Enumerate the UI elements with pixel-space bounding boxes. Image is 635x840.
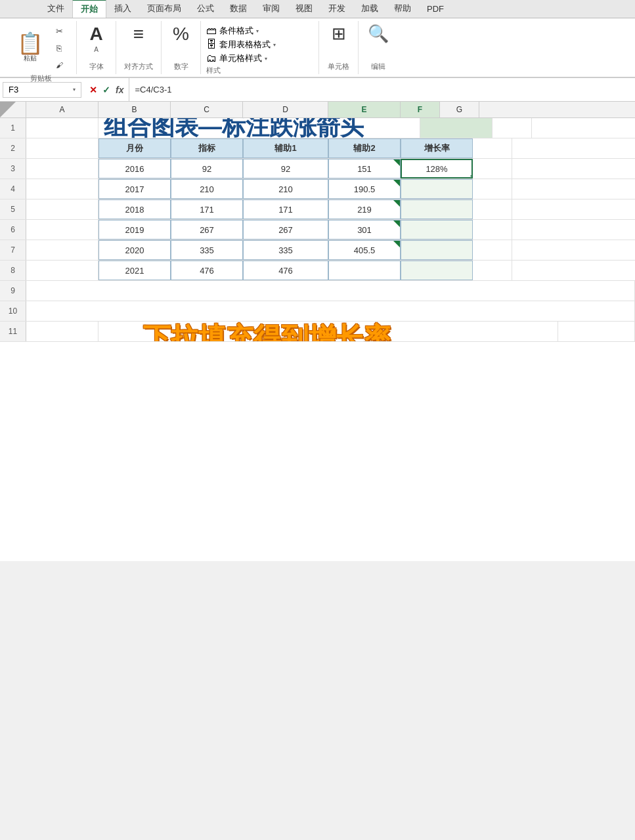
col-header-g[interactable]: G [440, 102, 479, 117]
cell-e2[interactable]: 辅助2 [328, 138, 401, 158]
row-num-6: 6 [0, 220, 26, 240]
cell-b2[interactable]: 月份 [99, 138, 171, 158]
cell-c7[interactable]: 335 [171, 240, 243, 260]
cell-c6[interactable]: 267 [171, 220, 243, 240]
copy-button[interactable]: ⎘ [50, 41, 68, 55]
cell-e7[interactable]: 405.5 [328, 240, 401, 260]
cell-row11-rest[interactable] [558, 322, 635, 341]
cell-b3[interactable]: 2016 [99, 159, 171, 178]
cell-g1[interactable] [493, 118, 532, 138]
row-1: 1 组合图表—标注跌涨箭头 [0, 118, 635, 138]
cell-a4[interactable] [26, 179, 99, 199]
cell-e8[interactable] [328, 261, 401, 280]
tab-view[interactable]: 视图 [288, 0, 320, 18]
cell-d4[interactable]: 210 [243, 179, 328, 199]
cell-f2[interactable]: 增长率 [401, 138, 473, 158]
cell-d2[interactable]: 辅助1 [243, 138, 328, 158]
col-header-e[interactable]: E [328, 102, 401, 117]
conditional-format-button[interactable]: 🗃 条件格式 ▾ [206, 25, 313, 37]
cell-b7[interactable]: 2020 [99, 240, 171, 260]
cell-title-merged[interactable]: 组合图表—标注跌涨箭头 [99, 118, 420, 138]
col-header-a[interactable]: A [26, 102, 99, 117]
table-format-button[interactable]: 🗄 套用表格格式 ▾ [206, 39, 313, 51]
number-icon: % [173, 24, 189, 45]
cell-e4[interactable]: 190.5 [328, 179, 401, 199]
tab-review[interactable]: 审阅 [255, 0, 288, 18]
cell-d5[interactable]: 171 [243, 200, 328, 219]
cell-b4[interactable]: 2017 [99, 179, 171, 199]
cell-row9[interactable] [26, 281, 635, 301]
tab-page-layout[interactable]: 页面布局 [139, 0, 189, 18]
cell-g6[interactable] [473, 220, 512, 240]
tab-data[interactable]: 数据 [222, 0, 255, 18]
cell-a5[interactable] [26, 200, 99, 219]
cell-style-button[interactable]: 🗂 单元格样式 ▾ [206, 52, 313, 64]
cell-row10[interactable] [26, 301, 635, 321]
tab-addins[interactable]: 加载 [353, 0, 386, 18]
confirm-formula-icon[interactable]: ✓ [102, 85, 110, 95]
formula-input[interactable]: =C4/C3-1 [129, 78, 632, 101]
cell-f8[interactable] [401, 261, 473, 280]
cell-e3[interactable]: 151 [328, 159, 401, 178]
cell-g4[interactable] [473, 179, 512, 199]
cell-g8[interactable] [473, 261, 512, 280]
cell-b8[interactable]: 2021 [99, 261, 171, 280]
ribbon: 文件 开始 插入 页面布局 公式 数据 审阅 视图 开发 加载 帮助 PDF 📋… [0, 0, 635, 78]
cell-c3[interactable]: 92 [171, 159, 243, 178]
cell-c8[interactable]: 476 [171, 261, 243, 280]
cell-g7[interactable] [473, 240, 512, 260]
cell-f3-active[interactable]: 128% + [401, 159, 473, 178]
metric-2017: 210 [200, 184, 214, 194]
cell-reference-box[interactable]: F3 ▾ [3, 82, 81, 98]
cell-a2[interactable] [26, 138, 99, 158]
header-growth: 增长率 [424, 142, 450, 154]
cell-a8[interactable] [26, 261, 99, 280]
cell-a11[interactable] [26, 322, 99, 341]
row-8: 8 2021 476 476 [0, 261, 635, 281]
tab-file[interactable]: 文件 [39, 0, 72, 18]
cell-c2[interactable]: 指标 [171, 138, 243, 158]
cell-d3[interactable]: 92 [243, 159, 328, 178]
cell-d6[interactable]: 267 [243, 220, 328, 240]
tab-formula[interactable]: 公式 [189, 0, 222, 18]
tab-insert[interactable]: 插入 [106, 0, 139, 18]
cell-g2[interactable] [473, 138, 512, 158]
cell-d8[interactable]: 476 [243, 261, 328, 280]
cell-a7[interactable] [26, 240, 99, 260]
cell-b6[interactable]: 2019 [99, 220, 171, 240]
conditional-format-icon: 🗃 [206, 25, 217, 37]
cell-f1[interactable] [420, 118, 493, 138]
cell-f5[interactable] [401, 200, 473, 219]
paste-button[interactable]: 📋 粘贴 [13, 31, 47, 65]
cell-e5[interactable]: 219 [328, 200, 401, 219]
cancel-formula-icon[interactable]: ✕ [89, 85, 97, 95]
cell-g3[interactable] [473, 159, 512, 178]
row-num-10: 10 [0, 301, 26, 321]
col-header-d[interactable]: D [243, 102, 328, 117]
cell-b5[interactable]: 2018 [99, 200, 171, 219]
cell-e6[interactable]: 301 [328, 220, 401, 240]
row-num-7: 7 [0, 240, 26, 260]
cell-c4[interactable]: 210 [171, 179, 243, 199]
cell-f6[interactable] [401, 220, 473, 240]
cell-c5[interactable]: 171 [171, 200, 243, 219]
col-header-c[interactable]: C [171, 102, 243, 117]
tab-home[interactable]: 开始 [72, 0, 106, 18]
cell-a6[interactable] [26, 220, 99, 240]
cell-f7[interactable] [401, 240, 473, 260]
cell-a1[interactable] [26, 118, 99, 138]
tab-dev[interactable]: 开发 [320, 0, 353, 18]
triangle-e4 [393, 180, 400, 186]
cell-g5[interactable] [473, 200, 512, 219]
tab-help[interactable]: 帮助 [386, 0, 419, 18]
tab-pdf[interactable]: PDF [419, 0, 452, 18]
col-header-f[interactable]: F [401, 102, 440, 117]
cut-button[interactable]: ✂ [50, 24, 68, 38]
cell-d7[interactable]: 335 [243, 240, 328, 260]
cell-f4[interactable] [401, 179, 473, 199]
select-all-icon[interactable] [0, 102, 16, 117]
cell-a3[interactable] [26, 159, 99, 178]
col-header-b[interactable]: B [99, 102, 171, 117]
alignment-label: 对齐方式 [124, 60, 153, 72]
format-painter-button[interactable]: 🖌 [50, 58, 68, 72]
